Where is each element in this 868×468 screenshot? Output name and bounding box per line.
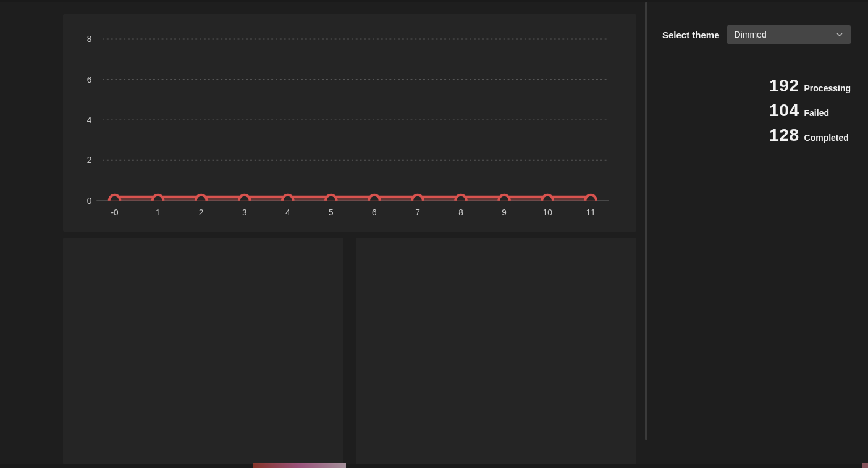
svg-text:10: 10 — [543, 207, 552, 217]
chevron-down-icon — [836, 31, 843, 38]
empty-card-1 — [63, 238, 343, 464]
svg-text:7: 7 — [415, 207, 420, 217]
stat-failed: 104 Failed — [769, 101, 851, 120]
svg-text:9: 9 — [502, 207, 507, 217]
stat-completed-value: 128 — [769, 125, 799, 145]
theme-row: Select theme Dimmed — [662, 25, 851, 44]
svg-text:4: 4 — [285, 207, 290, 217]
stat-failed-label: Failed — [804, 108, 829, 118]
left-gutter — [0, 2, 51, 464]
stat-processing: 192 Processing — [769, 76, 851, 96]
stat-processing-label: Processing — [804, 83, 851, 93]
main-panel: 02468-01234567891011 — [51, 2, 649, 464]
empty-card-2 — [356, 238, 636, 464]
stat-completed-label: Completed — [804, 133, 849, 143]
sidebar: Select theme Dimmed 192 Processing 104 F… — [649, 2, 868, 464]
svg-text:4: 4 — [87, 115, 92, 125]
scrollbar[interactable] — [645, 2, 647, 440]
secondary-row — [63, 238, 636, 464]
chart-card: 02468-01234567891011 — [63, 14, 636, 232]
svg-text:0: 0 — [87, 196, 92, 206]
svg-text:3: 3 — [242, 207, 247, 217]
svg-text:2: 2 — [87, 155, 92, 165]
svg-text:6: 6 — [87, 74, 92, 84]
stat-failed-value: 104 — [769, 101, 799, 120]
stat-completed: 128 Completed — [769, 125, 851, 145]
svg-text:11: 11 — [586, 207, 596, 217]
chart-area: 02468-01234567891011 — [78, 33, 621, 219]
svg-text:8: 8 — [458, 207, 463, 217]
stat-processing-value: 192 — [769, 76, 799, 96]
svg-text:6: 6 — [372, 207, 377, 217]
workspace: 02468-01234567891011 Select theme Dimmed… — [0, 2, 868, 464]
theme-select-value: Dimmed — [735, 30, 767, 40]
decor-strip — [862, 463, 868, 468]
decor-strip — [253, 463, 346, 468]
svg-text:1: 1 — [156, 207, 161, 217]
theme-label: Select theme — [662, 30, 720, 40]
svg-text:8: 8 — [87, 34, 92, 44]
stats-block: 192 Processing 104 Failed 128 Completed — [769, 76, 851, 145]
svg-text:5: 5 — [329, 207, 334, 217]
svg-text:2: 2 — [199, 207, 204, 217]
line-chart: 02468-01234567891011 — [78, 33, 621, 219]
theme-select[interactable]: Dimmed — [727, 25, 851, 44]
svg-text:-0: -0 — [111, 207, 118, 217]
